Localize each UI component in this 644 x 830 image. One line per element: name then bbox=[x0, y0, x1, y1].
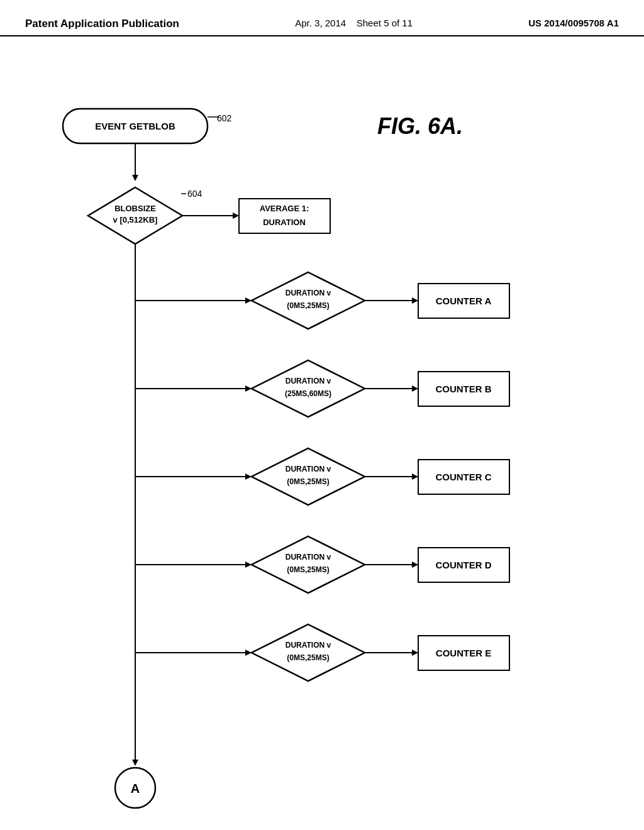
arrow-to-cc bbox=[412, 473, 418, 480]
dd-line1: DURATION v bbox=[286, 553, 331, 562]
diamond-duration-a bbox=[252, 272, 365, 329]
dc-line2: (0MS,25MS) bbox=[287, 477, 329, 486]
counter-e-label: COUNTER E bbox=[436, 648, 491, 658]
arrow-to-avg bbox=[233, 213, 239, 219]
arrow-to-cd bbox=[412, 562, 418, 568]
blobsize-line1: BLOBSIZE bbox=[114, 204, 156, 213]
node-604-label: 604 bbox=[187, 189, 203, 199]
publication-label: Patent Application Publication bbox=[25, 18, 179, 30]
dd-line2: (0MS,25MS) bbox=[287, 565, 329, 574]
figure-label: FIG. 6A. bbox=[377, 113, 463, 139]
start-label: EVENT GETBLOB bbox=[95, 121, 175, 131]
dc-line1: DURATION v bbox=[286, 465, 331, 473]
node-602-label: 602 bbox=[217, 113, 232, 123]
avg-line2: DURATION bbox=[263, 218, 306, 227]
sheet-info: Apr. 3, 2014 Sheet 5 of 11 bbox=[295, 18, 413, 28]
blobsize-line2: v [0,512KB] bbox=[113, 215, 158, 224]
counter-b-label: COUNTER B bbox=[435, 384, 491, 394]
diamond-duration-b bbox=[252, 360, 365, 417]
counter-c-label: COUNTER C bbox=[435, 472, 491, 482]
arrow-to-ca bbox=[412, 297, 418, 304]
circle-a-label: A bbox=[131, 782, 140, 795]
diamond-duration-e bbox=[252, 624, 365, 681]
diamond-duration-c bbox=[252, 448, 365, 505]
de-line2: (0MS,25MS) bbox=[287, 653, 329, 662]
diamond-duration-d bbox=[252, 536, 365, 593]
da-line2: (0MS,25MS) bbox=[287, 301, 329, 310]
de-line1: DURATION v bbox=[286, 641, 331, 650]
arrow-to-circle-a bbox=[132, 760, 138, 766]
db-line1: DURATION v bbox=[286, 377, 331, 385]
db-line2: (25MS,60MS) bbox=[285, 389, 331, 398]
header: Patent Application Publication Apr. 3, 2… bbox=[0, 0, 644, 36]
diagram-container: FIG. 6A. EVENT GETBLOB 602 BLOBSIZE v [0… bbox=[0, 36, 644, 816]
counter-d-label: COUNTER D bbox=[435, 560, 491, 570]
avg-line1: AVERAGE 1: bbox=[260, 204, 309, 213]
counter-a-label: COUNTER A bbox=[436, 296, 492, 306]
arrow-to-diamond1 bbox=[132, 175, 138, 181]
arrow-to-cb bbox=[412, 385, 418, 392]
arrow-to-ce bbox=[412, 650, 418, 656]
da-line1: DURATION v bbox=[286, 289, 331, 297]
patent-number: US 2014/0095708 A1 bbox=[528, 18, 619, 28]
